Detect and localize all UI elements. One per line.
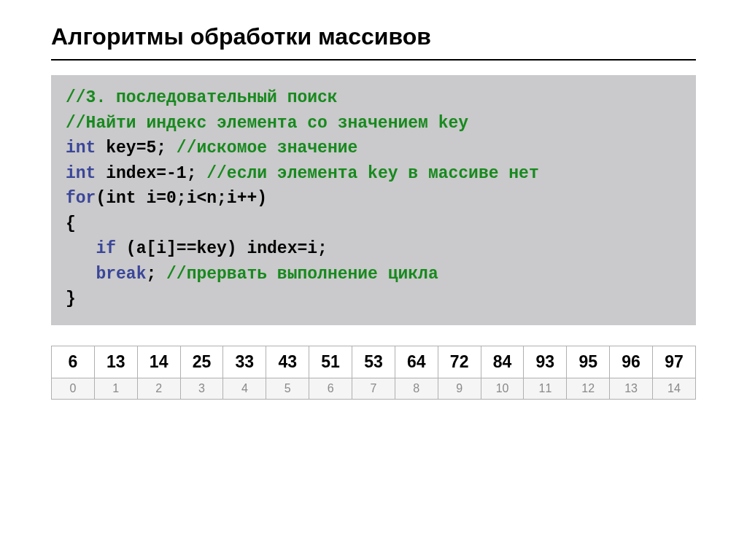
code-text: (a[i]==key) index=i; — [116, 239, 328, 258]
array-table: 6 13 14 25 33 43 51 53 64 72 84 93 95 96… — [51, 346, 696, 400]
array-index-cell: 9 — [438, 378, 481, 399]
code-comment: //Найти индекс элемента со значением key — [66, 114, 468, 133]
array-index-cell: 8 — [395, 378, 438, 399]
array-index-cell: 5 — [266, 378, 309, 399]
code-comment: //3. последовательный поиск — [66, 88, 338, 107]
code-text: ; — [146, 265, 166, 284]
array-value-cell: 93 — [524, 346, 567, 378]
array-index-cell: 13 — [610, 378, 653, 399]
code-keyword: for — [66, 189, 96, 208]
array-value-cell: 72 — [438, 346, 481, 378]
array-index-cell: 1 — [94, 378, 137, 399]
array-index-cell: 4 — [223, 378, 266, 399]
array-index-cell: 10 — [481, 378, 524, 399]
array-index-cell: 12 — [567, 378, 610, 399]
array-value-cell: 25 — [180, 346, 223, 378]
array-value-cell: 84 — [481, 346, 524, 378]
slide-root: Алгоритмы обработки массивов //3. послед… — [0, 0, 747, 400]
array-values-row: 6 13 14 25 33 43 51 53 64 72 84 93 95 96… — [52, 346, 696, 378]
array-value-cell: 33 — [223, 346, 266, 378]
code-keyword: break — [96, 265, 146, 284]
code-keyword: int — [66, 139, 96, 158]
code-comment: //искомое значение — [177, 139, 357, 158]
code-comment: //если элемента key в массиве нет — [206, 164, 538, 183]
array-value-cell: 43 — [266, 346, 309, 378]
code-keyword: if — [96, 239, 116, 258]
code-text: { — [66, 214, 76, 233]
array-value-cell: 14 — [137, 346, 180, 378]
code-text: } — [66, 289, 76, 308]
code-text — [66, 239, 96, 258]
array-index-cell: 0 — [52, 378, 95, 399]
code-keyword: int — [66, 164, 96, 183]
code-comment: //прервать выполнение цикла — [166, 265, 438, 284]
array-index-cell: 7 — [352, 378, 395, 399]
array-value-cell: 51 — [309, 346, 352, 378]
code-text — [66, 265, 96, 284]
array-value-cell: 95 — [567, 346, 610, 378]
array-value-cell: 6 — [52, 346, 95, 378]
array-index-cell: 14 — [653, 378, 696, 399]
code-content: //3. последовательный поиск //Найти инде… — [66, 85, 681, 312]
array-indices-row: 0 1 2 3 4 5 6 7 8 9 10 11 12 13 14 — [52, 378, 696, 399]
array-index-cell: 11 — [524, 378, 567, 399]
code-text: index=-1; — [96, 164, 206, 183]
slide-title: Алгоритмы обработки массивов — [51, 23, 696, 50]
array-value-cell: 97 — [653, 346, 696, 378]
code-text: (int i=0;i<n;i++) — [96, 189, 267, 208]
array-index-cell: 3 — [180, 378, 223, 399]
code-text: key=5; — [96, 139, 176, 158]
array-index-cell: 2 — [137, 378, 180, 399]
code-block: //3. последовательный поиск //Найти инде… — [51, 75, 696, 325]
array-value-cell: 13 — [94, 346, 137, 378]
array-index-cell: 6 — [309, 378, 352, 399]
array-value-cell: 96 — [610, 346, 653, 378]
array-value-cell: 64 — [395, 346, 438, 378]
title-rule — [51, 59, 696, 61]
array-value-cell: 53 — [352, 346, 395, 378]
